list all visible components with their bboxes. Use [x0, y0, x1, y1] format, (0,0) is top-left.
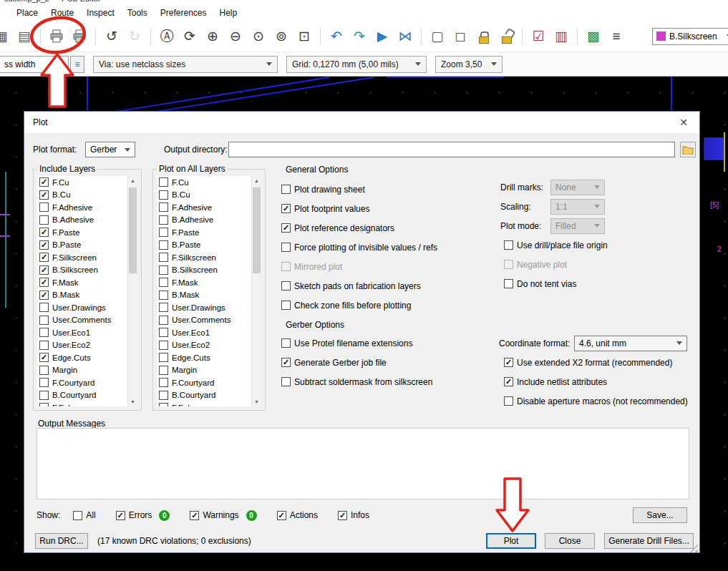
layer-checkbox[interactable] [159, 202, 168, 212]
layer-checkbox[interactable]: ✓ [39, 353, 49, 362]
include-layers-scrollbar[interactable]: ▲ ▼ [127, 176, 137, 406]
menu-place[interactable]: Place [10, 6, 44, 19]
layer-row-edge-cuts[interactable]: ✓Edge.Cuts [37, 351, 127, 364]
active-layer-combo[interactable]: B.Silkscreen [652, 28, 728, 45]
layer-row-b-silkscreen[interactable]: ✓B.Silkscreen [37, 264, 127, 277]
select-items-icon[interactable]: ◻ [450, 26, 470, 47]
layer-checkbox[interactable] [159, 303, 168, 312]
checkbox-use-drill-place-file-origin[interactable]: Use drill/place file origin [504, 235, 704, 255]
checkbox-use-extended-x2-format-recommended[interactable]: ✓Use extended X2 format (recommended) [504, 353, 712, 372]
undo-icon[interactable]: ↺ [102, 26, 122, 47]
checkbox-box[interactable]: ✓ [281, 204, 291, 213]
track-width-combo[interactable]: ss width [0, 56, 69, 73]
menu-route[interactable]: Route [44, 6, 80, 19]
checkbox-warnings[interactable]: ✓Warnings0 [190, 510, 256, 521]
rotate-cw-icon[interactable]: ↷ [349, 26, 369, 47]
run-drc-button[interactable]: Run DRC... [35, 533, 88, 549]
checkbox-box[interactable]: ✓ [504, 358, 513, 367]
layer-row-b-adhesive[interactable]: B.Adhesive [37, 214, 127, 227]
scrollbar-thumb[interactable] [129, 187, 137, 273]
grid-combo[interactable]: Grid: 0,1270 mm (5,00 mils) [286, 56, 427, 73]
layer-row-f-courtyard[interactable]: F.Courtyard [37, 376, 127, 389]
print-icon[interactable] [47, 26, 67, 47]
menu-preferences[interactable]: Preferences [154, 6, 213, 19]
rotate-ccw-icon[interactable]: ↶ [326, 26, 346, 47]
layer-checkbox[interactable]: ✓ [39, 190, 49, 200]
layer-row-b-paste[interactable]: B.Paste [157, 239, 251, 252]
dialog-close-button[interactable]: ✕ [668, 112, 699, 133]
layer-checkbox[interactable] [39, 391, 49, 400]
layer-row-user-comments[interactable]: User.Comments [157, 314, 251, 327]
layer-row-f-adhesive[interactable]: F.Adhesive [157, 201, 251, 214]
plot-icon[interactable] [69, 26, 89, 47]
zoom-combo[interactable]: Zoom 3,50 [435, 56, 503, 73]
checkbox-box[interactable] [281, 281, 291, 291]
layer-checkbox[interactable] [159, 316, 168, 325]
layer-checkbox[interactable]: ✓ [39, 253, 49, 262]
layer-row-user-eco2[interactable]: User.Eco2 [37, 339, 127, 352]
checkbox-box[interactable]: ✓ [277, 511, 286, 520]
save-messages-button[interactable]: Save... [633, 507, 687, 523]
layer-checkbox[interactable] [39, 366, 49, 375]
browse-output-dir-button[interactable] [680, 142, 696, 157]
scroll-up-icon[interactable]: ▲ [252, 176, 261, 185]
layer-checkbox[interactable] [159, 278, 168, 287]
flip-view-icon[interactable]: ⋈ [395, 26, 415, 47]
layer-checkbox[interactable] [39, 202, 49, 212]
layer-checkbox[interactable]: ✓ [39, 228, 49, 237]
drc-icon[interactable]: ☑ [528, 26, 548, 47]
zone-fill-icon[interactable]: ▩ [583, 26, 603, 47]
checkbox-box[interactable]: ✓ [338, 511, 347, 520]
zoom-selection-icon[interactable]: ⊡ [294, 26, 314, 47]
checkbox-box[interactable] [281, 243, 291, 252]
checkbox-box[interactable] [73, 511, 82, 520]
layer-checkbox[interactable] [39, 378, 49, 387]
layer-checkbox[interactable] [159, 265, 168, 275]
scroll-up-icon[interactable]: ▲ [128, 176, 137, 185]
play-icon[interactable]: ▶ [372, 26, 392, 47]
layer-checkbox[interactable] [159, 391, 168, 400]
layer-row-user-drawings[interactable]: User.Drawings [37, 301, 127, 314]
layer-checkbox[interactable]: ✓ [39, 291, 49, 300]
select-area-icon[interactable]: ▢ [427, 26, 447, 47]
menu-inspect[interactable]: Inspect [80, 6, 121, 19]
zoom-out-icon[interactable]: ⊖ [225, 26, 246, 47]
board-setup-icon[interactable]: ▤ [14, 26, 34, 47]
layer-row-margin[interactable]: Margin [37, 364, 127, 377]
checkbox-use-protel-filename-extensions[interactable]: Use Protel filename extensions [281, 333, 496, 353]
checkbox-force-plotting-of-invisible-values-refs[interactable]: Force plotting of invisible values / ref… [281, 238, 496, 257]
layer-checkbox[interactable] [39, 328, 49, 337]
via-size-combo[interactable]: Via: use netclass sizes [93, 56, 278, 73]
checkbox-box[interactable]: ✓ [504, 377, 513, 386]
checkbox-box[interactable] [281, 338, 291, 348]
layer-checkbox[interactable] [159, 215, 168, 225]
checkbox-do-not-tent-vias[interactable]: Do not tent vias [504, 274, 704, 293]
scroll-down-icon[interactable]: ▼ [128, 397, 137, 406]
layer-row-f-adhesive[interactable]: F.Adhesive [37, 201, 127, 214]
layer-checkbox[interactable] [159, 190, 168, 200]
layer-row-edge-cuts[interactable]: Edge.Cuts [157, 351, 251, 364]
layer-row-f-paste[interactable]: ✓F.Paste [37, 226, 127, 239]
checkbox-box[interactable]: ✓ [281, 358, 291, 367]
layer-row-user-eco1[interactable]: User.Eco1 [157, 326, 251, 339]
layer-checkbox[interactable] [159, 177, 168, 187]
layer-checkbox[interactable]: ✓ [39, 278, 49, 287]
layer-row-user-eco1[interactable]: User.Eco1 [37, 326, 127, 339]
layer-row-b-silkscreen[interactable]: B.Silkscreen [157, 264, 251, 277]
layer-checkbox[interactable] [39, 215, 49, 225]
layer-row-b-mask[interactable]: ✓B.Mask [37, 289, 127, 302]
layer-checkbox[interactable]: ✓ [39, 240, 49, 250]
checkbox-all[interactable]: All [73, 510, 95, 520]
edit-predefined-sizes-button[interactable]: ≡ [70, 56, 84, 73]
checkbox-include-netlist-attributes[interactable]: ✓Include netlist attributes [504, 372, 712, 391]
layer-row-margin[interactable]: Margin [157, 364, 251, 377]
zoom-objects-icon[interactable]: ⊚ [271, 26, 291, 47]
save-icon[interactable]: ▦ [0, 26, 11, 47]
layer-row-f-paste[interactable]: F.Paste [157, 226, 251, 239]
layer-row-f-mask[interactable]: ✓F.Mask [37, 276, 127, 289]
layer-checkbox[interactable] [159, 253, 168, 262]
library-check-icon[interactable]: ▥ [551, 26, 571, 47]
layer-row-b-mask[interactable]: B.Mask [157, 289, 251, 302]
checkbox-plot-footprint-values[interactable]: ✓Plot footprint values [281, 199, 496, 218]
checkbox-box[interactable] [504, 396, 513, 406]
